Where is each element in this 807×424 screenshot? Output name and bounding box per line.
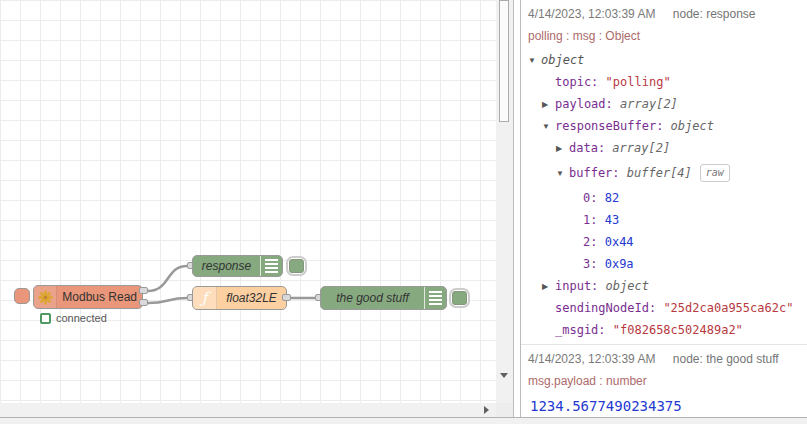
response-debug-node[interactable]: response bbox=[192, 255, 283, 277]
tree-row: 1: 43 bbox=[528, 209, 800, 231]
object-key: 0: bbox=[583, 191, 605, 205]
object-key: payload: bbox=[555, 97, 620, 111]
message-source-node: node: response bbox=[673, 7, 756, 21]
object-key: _msgid: bbox=[555, 323, 613, 337]
expand-icon[interactable]: ▶ bbox=[542, 276, 555, 298]
object-value: 0x9a bbox=[605, 257, 634, 271]
output-port[interactable] bbox=[139, 299, 148, 306]
vertical-scrollbar-thumb[interactable] bbox=[499, 0, 509, 122]
object-value: object bbox=[671, 119, 714, 133]
object-value: "polling" bbox=[606, 75, 671, 89]
debug-message[interactable]: 4/14/2023, 12:03:39 AM node: the good st… bbox=[521, 345, 807, 417]
debug-toggle-button[interactable] bbox=[449, 288, 470, 308]
tree-row: ▶data: array[2] bbox=[528, 137, 800, 159]
object-key: responseBuffer: bbox=[555, 119, 671, 133]
object-value: buffer[4] bbox=[627, 166, 692, 180]
tree-row: sendingNodeId: "25d2ca0a955ca62c" bbox=[528, 297, 800, 319]
vertical-scrollbar[interactable] bbox=[496, 0, 513, 403]
object-value: array[2] bbox=[620, 97, 678, 111]
debug-tree: ▼objecttopic: "polling"▶payload: array[2… bbox=[528, 49, 800, 341]
object-key: input: bbox=[555, 279, 606, 293]
raw-button[interactable]: raw bbox=[700, 164, 730, 182]
object-key: sendingNodeId: bbox=[555, 301, 663, 315]
scroll-right-icon[interactable] bbox=[484, 406, 489, 414]
tree-row: ▼object bbox=[528, 49, 800, 71]
node-label: the good stuff bbox=[321, 287, 424, 309]
object-key: topic: bbox=[555, 75, 606, 89]
bottom-bar bbox=[0, 417, 807, 424]
node-button[interactable] bbox=[14, 288, 30, 304]
object-value: 43 bbox=[605, 213, 619, 227]
node-label: Modbus Read bbox=[57, 286, 142, 308]
scroll-down-icon[interactable] bbox=[500, 373, 508, 378]
tree-row: ▼responseBuffer: object bbox=[528, 115, 800, 137]
workspace-border bbox=[513, 0, 514, 417]
function-node[interactable]: ƒ float32LE bbox=[192, 286, 287, 310]
debug-sidebar[interactable]: 4/14/2023, 12:03:39 AM node: response po… bbox=[521, 0, 807, 417]
tree-row: ▶input: object bbox=[528, 275, 800, 297]
tree-row: _msgid: "f082658c502489a2" bbox=[528, 319, 800, 341]
tree-row: ▼buffer: buffer[4]raw bbox=[528, 159, 800, 187]
horizontal-scrollbar[interactable] bbox=[0, 403, 496, 417]
object-key: buffer: bbox=[569, 166, 627, 180]
object-key: 1: bbox=[583, 213, 605, 227]
modbus-read-node[interactable]: Modbus Read bbox=[33, 285, 143, 309]
message-source-node: node: the good stuff bbox=[673, 352, 779, 366]
tree-row: 2: 0x44 bbox=[528, 231, 800, 253]
status-indicator bbox=[40, 313, 51, 324]
message-topic: msg.payload : number bbox=[528, 373, 800, 389]
message-topic: polling : msg : Object bbox=[528, 28, 800, 44]
expand-icon[interactable]: ▶ bbox=[556, 138, 569, 160]
goodstuff-debug-node[interactable]: the good stuff bbox=[320, 286, 447, 310]
payload-value: 1234.5677490234375 bbox=[530, 398, 800, 414]
tree-row: 3: 0x9a bbox=[528, 253, 800, 275]
output-port[interactable] bbox=[139, 287, 148, 294]
function-icon: ƒ bbox=[193, 287, 217, 309]
tree-row: 0: 82 bbox=[528, 187, 800, 209]
object-value: "25d2ca0a955ca62c" bbox=[663, 301, 793, 315]
object-value: 0x44 bbox=[605, 235, 634, 249]
modbus-gear-icon bbox=[34, 286, 57, 308]
object-value: object bbox=[606, 279, 649, 293]
output-port[interactable] bbox=[282, 294, 291, 301]
collapse-icon[interactable]: ▼ bbox=[556, 160, 569, 188]
node-status: connected bbox=[40, 312, 107, 324]
collapse-icon[interactable]: ▼ bbox=[542, 116, 555, 138]
node-label: float32LE bbox=[217, 287, 286, 309]
message-timestamp: 4/14/2023, 12:03:39 AM bbox=[528, 352, 655, 366]
debug-icon bbox=[260, 256, 282, 276]
debug-message[interactable]: 4/14/2023, 12:03:39 AM node: response po… bbox=[521, 0, 807, 345]
message-timestamp: 4/14/2023, 12:03:39 AM bbox=[528, 7, 655, 21]
debug-icon bbox=[424, 287, 446, 309]
node-red-window: Modbus Read connected response ƒ float32… bbox=[0, 0, 807, 424]
workspace-grid bbox=[0, 0, 496, 403]
object-key: 2: bbox=[583, 235, 605, 249]
scrollbar-corner bbox=[496, 403, 513, 417]
tree-row: ▶payload: array[2] bbox=[528, 93, 800, 115]
status-text: connected bbox=[56, 312, 107, 324]
collapse-icon[interactable]: ▼ bbox=[528, 50, 541, 72]
object-value: "f082658c502489a2" bbox=[613, 323, 743, 337]
object-key: 3: bbox=[583, 257, 605, 271]
object-key: data: bbox=[569, 141, 612, 155]
expand-icon[interactable]: ▶ bbox=[542, 94, 555, 116]
tree-row: topic: "polling" bbox=[528, 71, 800, 93]
node-label: response bbox=[193, 256, 260, 276]
debug-toggle-button[interactable] bbox=[286, 256, 307, 276]
object-value: 82 bbox=[605, 191, 619, 205]
object-value: array[2] bbox=[612, 141, 670, 155]
object-value: object bbox=[541, 53, 584, 67]
flow-workspace[interactable]: Modbus Read connected response ƒ float32… bbox=[0, 0, 513, 417]
